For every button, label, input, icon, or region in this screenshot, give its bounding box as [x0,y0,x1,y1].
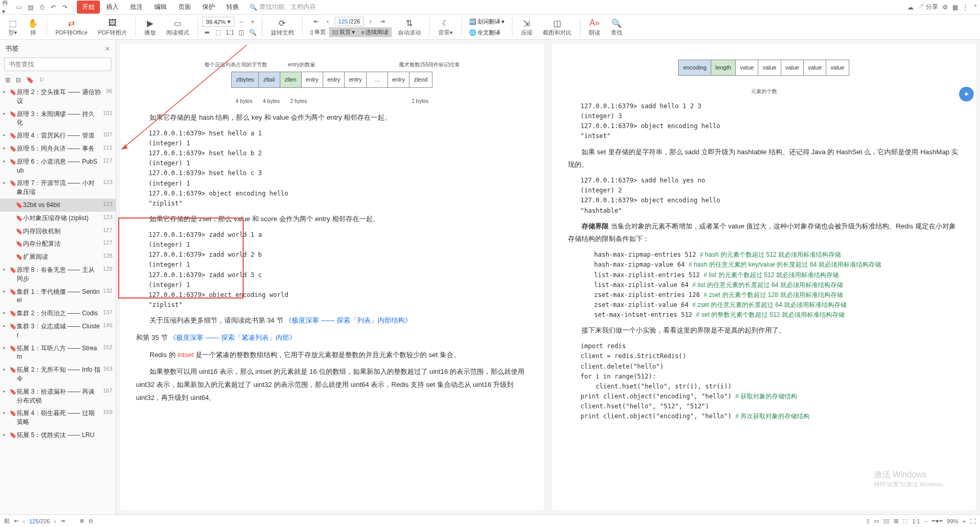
loupe-icon[interactable]: 🔍 [248,28,258,37]
bookmark-options-icon[interactable]: ⚐ [39,76,45,84]
bookmark-item[interactable]: ▸🔖原理 2：交头接耳 —— 通信协议96 [0,86,116,108]
view-mode-1-icon[interactable]: ▯ [867,518,870,524]
compress-button[interactable]: ⇲压缩 [517,17,537,37]
bookmark-item[interactable]: ▸🔖拓展 1：耳听八方 —— Stream152 [0,342,116,364]
sb-fit-icon[interactable]: ⬚ [903,518,908,524]
autoscroll-button[interactable]: ⇅自动滚动 [394,17,425,37]
bookmark-item[interactable]: 🔖内存分配算法127 [0,237,116,250]
skin-icon[interactable]: ▦ [952,4,958,11]
single-page-button[interactable]: ▯ 单页 [307,27,329,37]
last-page-icon[interactable]: ⇥ [378,17,387,26]
view-mode-4-icon[interactable]: ⊞ [894,518,898,524]
bookmark-item[interactable]: ▸🔖拓展 2：无所不知 —— Info 指令163 [0,363,116,385]
bookmark-item[interactable]: ▸🔖集群 2：分而治之 —— Codis137 [0,307,116,320]
share-button[interactable]: ↗ 分享 [918,3,938,12]
sb-prev-page-icon[interactable]: ‹ [23,518,25,524]
settings-icon[interactable]: ⚙ [942,4,948,11]
read-aloud-button[interactable]: A»朗读 [585,17,605,37]
sb-fullscreen-icon[interactable]: ⛶ [970,518,976,524]
sb-zoom-out-icon[interactable]: − [924,518,927,524]
global-search[interactable]: 🔍 查找功能、文档内容 [249,3,316,12]
tab-annotate[interactable]: 批注 [125,1,148,14]
bookmark-item[interactable]: 🔖小对象压缩存储 (ziplist)123 [0,212,116,225]
view-mode-3-icon[interactable]: ▯▯ [883,518,890,524]
statusbar: 航 ⇤ ‹ 125/226 › ⇥ ⊕ ⊖ ▯ ▭ ▯▯ ⊞ ⬚ 1:1 − ━… [0,514,980,527]
expand-icon[interactable]: ⌃ [973,4,978,11]
sb-zoom-slider[interactable]: ━●━ [932,518,943,524]
sb-page-input[interactable]: 125/226 [29,518,50,524]
bookmark-item[interactable]: ▸🔖原理 8：有备无患 —— 主从同步128 [0,264,116,285]
zoom-out-icon[interactable]: − [236,17,246,27]
collapse-all-icon[interactable]: ⊟ [16,76,21,84]
bookmark-item[interactable]: ▸🔖拓展 3：拾遗漏补 —— 再谈分布式锁167 [0,385,116,407]
bookmark-item[interactable]: 🔖32bit vs 64bit123 [0,199,116,212]
sb-last-page-icon[interactable]: ⇥ [60,518,65,524]
read-mode-button[interactable]: ▭阅读模式 [162,17,193,37]
sb-minus-icon[interactable]: ⊖ [88,518,93,524]
bookmark-item[interactable]: ▸🔖集群 3：众志成城 —— Cluster145 [0,320,116,342]
sb-first-page-icon[interactable]: ⇤ [14,518,19,524]
tab-start[interactable]: 开始 [77,1,100,14]
more-icon[interactable]: ⋮ [962,4,968,11]
open-icon[interactable]: ▭ [14,2,24,13]
expand-all-icon[interactable]: ⊞ [5,76,10,84]
sb-1to1-icon[interactable]: 1:1 [912,518,920,524]
print-icon[interactable]: ⎙ [37,2,47,13]
paragraph: 如果 set 里存储的是字符串，那么 sadd 立即升级为 hashtable … [568,146,960,171]
sb-add-icon[interactable]: ⊕ [79,518,84,524]
actual-size-icon[interactable]: 1:1 [225,28,235,37]
pdf-to-image-button[interactable]: 🖼PDF转图片 [94,17,131,37]
bookmark-item[interactable]: ▸🔖集群 1：李代桃僵 —— Sentinel132 [0,285,116,307]
first-page-icon[interactable]: ⇤ [312,17,321,26]
cloud-icon[interactable]: ☁ [907,4,914,11]
marquee-zoom-icon[interactable]: ◫ [237,28,246,37]
view-mode-2-icon[interactable]: ▭ [874,518,879,524]
fit-page-icon[interactable]: ⬚ [214,28,223,37]
bookmark-item[interactable]: 🔖扩展阅读128 [0,250,116,264]
bookmark-item[interactable]: ▸🔖拓展 5：优胜劣汰 —— LRU [0,429,116,442]
continuous-button[interactable]: ≡ 连续阅读 [358,27,392,37]
save-icon[interactable]: ▤ [25,2,36,13]
screenshot-compare-button[interactable]: ◫截图和对比 [539,17,576,37]
tab-edit[interactable]: 编辑 [149,1,172,14]
bookmark-item[interactable]: ▸🔖拓展 4：朝生暮死 —— 过期策略169 [0,407,116,429]
prev-page-icon[interactable]: ‹ [323,17,333,26]
assistant-float-icon[interactable]: ✦ [959,87,974,101]
zoom-in-icon[interactable]: + [248,17,257,27]
hand-tool-button[interactable]: ✋择 [24,17,42,37]
document-viewport[interactable]: 整个压缩列表占用的字节数 entry的数量 魔术整数255用作标记结束 zlby… [116,40,980,514]
add-bookmark-icon[interactable]: 🔖 [26,76,34,84]
bookmark-item[interactable]: ▸🔖原理 7：开源节流 —— 小对象压缩123 [0,177,116,199]
background-button[interactable]: ☾背景▾ [434,17,457,37]
bookmark-search-input[interactable] [4,58,111,71]
bookmark-item[interactable]: ▸🔖原理 3：未雨绸缪 —— 持久化101 [0,108,116,130]
page-input[interactable]: 125/226 [335,17,364,26]
undo-icon[interactable]: ↶ [48,2,59,13]
zoom-value[interactable]: 99.42% ▾ [202,17,234,27]
redo-icon[interactable]: ↷ [60,2,70,13]
tab-protect[interactable]: 保护 [197,1,220,14]
file-menu[interactable]: 件 ▾ [2,2,13,13]
bookmark-item[interactable]: ▸🔖原理 4：雷厉风行 —— 管道107 [0,129,116,142]
rotate-button[interactable]: ⟳旋转文档 [267,17,298,37]
sb-zoom-value[interactable]: 99% [947,518,959,524]
tab-convert[interactable]: 转换 [221,1,244,14]
close-sidebar-icon[interactable]: ✕ [105,45,110,53]
sb-zoom-in-icon[interactable]: + [963,518,966,524]
bookmark-item[interactable]: 🔖内存回收机制127 [0,225,116,238]
tab-insert[interactable]: 插入 [101,1,124,14]
find-button[interactable]: 🔍查找 [607,17,626,37]
bookmark-item[interactable]: ▸🔖原理 5：同舟共济 —— 事务111 [0,142,116,155]
fit-width-icon[interactable]: ⬌ [202,28,212,37]
pdf-to-office-button[interactable]: ⇄PDF转Office [51,17,92,37]
word-translate-button[interactable]: 🔤 划词翻译▾ [466,17,508,27]
tab-page[interactable]: 页面 [173,1,196,14]
full-translate-button[interactable]: 🌐 全文翻译 [466,28,508,38]
bookmark-item[interactable]: ▸🔖原理 6：小道消息 —— PubSub117 [0,155,116,177]
next-page-icon[interactable]: › [366,17,375,26]
play-button[interactable]: ▶播放 [140,17,160,37]
select-mode-button[interactable]: ⬚型▾ [4,17,21,37]
sb-next-page-icon[interactable]: › [54,518,56,524]
nav-toggle-icon[interactable]: 航 [4,517,10,525]
double-page-button[interactable]: ▯▯ 双页▾ [329,27,358,37]
